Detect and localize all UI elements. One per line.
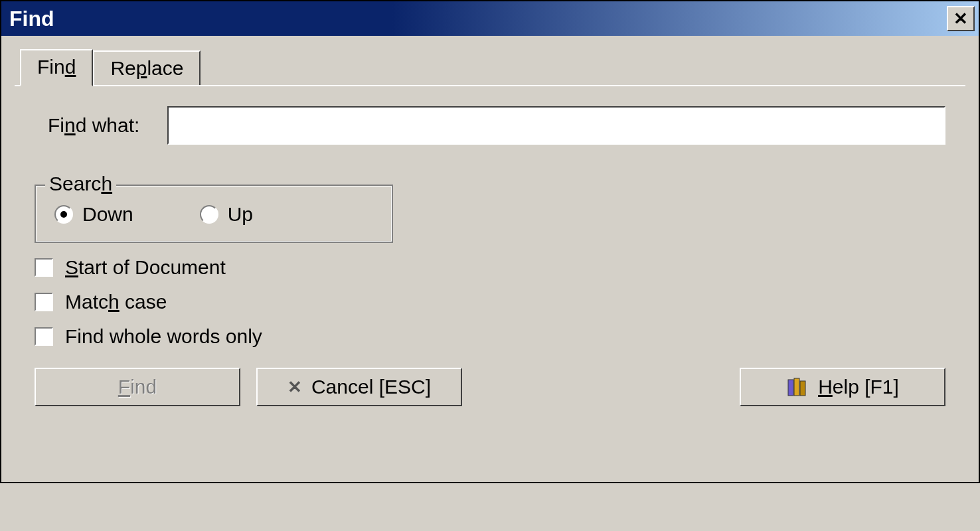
svg-rect-2 [800,381,805,396]
button-row: Find ✕ Cancel [ESC] Help [F1] [35,368,945,406]
titlebar: Find ✕ [1,1,979,36]
checkbox-whole-label: Find whole words only [65,325,262,348]
cancel-button-label: Cancel [ESC] [311,376,431,398]
find-button[interactable]: Find [35,368,240,406]
radio-up-label: Up [228,203,253,226]
checkbox-match-case[interactable]: Match case [35,291,945,313]
help-button-label: Help [F1] [818,376,899,398]
radio-up[interactable]: Up [200,203,253,226]
find-what-row: Find what: [35,106,945,145]
close-button[interactable]: ✕ [947,6,975,31]
checkbox-box [35,293,53,311]
radio-down-circle [54,205,73,224]
dialog-content: Find Replace Find what: Search [1,36,979,482]
checkbox-whole-words[interactable]: Find whole words only [35,325,945,348]
radio-down-dot [60,211,67,218]
find-what-input[interactable] [167,106,945,145]
cancel-button[interactable]: ✕ Cancel [ESC] [256,368,462,406]
find-button-label: Find [118,376,157,398]
tab-strip: Find Replace [20,49,965,85]
radio-row: Down Up [49,199,378,226]
radio-down-label: Down [82,203,133,226]
find-what-label: Find what: [35,114,167,137]
tab-panel-find: Find what: Search Down [15,85,965,470]
radio-up-circle [200,205,218,224]
titlebar-title: Find [9,7,54,31]
tab-replace[interactable]: Replace [93,50,201,86]
close-icon: ✕ [953,10,968,27]
checkbox-match-label: Match case [65,291,167,313]
checkbox-box [35,258,53,277]
search-direction-legend: Search [45,173,116,195]
checkbox-start-of-document[interactable]: Start of Document [35,256,945,279]
svg-rect-0 [788,380,793,396]
tab-find[interactable]: Find [20,49,93,86]
svg-rect-1 [794,378,799,396]
radio-down[interactable]: Down [54,203,133,226]
cancel-x-icon: ✕ [287,377,302,398]
checkbox-box [35,327,53,346]
find-dialog: Find ✕ Find Replace Find what: Search [0,0,980,483]
books-icon [786,376,809,398]
help-button[interactable]: Help [F1] [740,368,945,406]
checkbox-start-label: Start of Document [65,256,226,279]
search-direction-group: Search Down Up [35,185,393,243]
